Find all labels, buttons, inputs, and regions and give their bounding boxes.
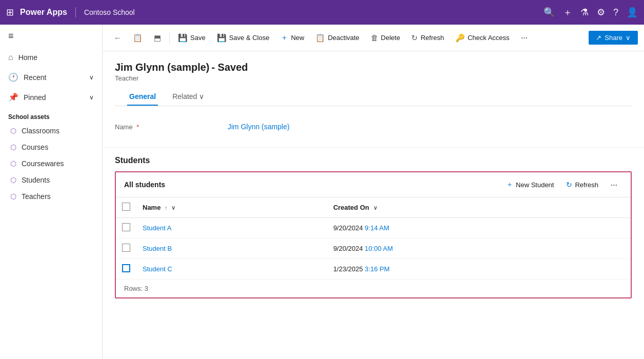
- saved-badge: - Saved: [211, 62, 248, 73]
- row-1-time[interactable]: 9:14 AM: [365, 224, 389, 232]
- students-heading: Students: [115, 156, 632, 165]
- record-subtitle: Teacher: [115, 74, 632, 82]
- sidebar-item-recent[interactable]: 🕐 Recent ∨: [0, 67, 102, 87]
- new-student-button[interactable]: ＋ New Student: [501, 177, 559, 192]
- row-1-checkbox[interactable]: [122, 223, 130, 231]
- back-icon: ←: [114, 33, 122, 42]
- check-access-icon: 🔑: [455, 33, 465, 43]
- row-1-name[interactable]: Student A: [136, 218, 327, 238]
- row-2-date: 9/20/2024: [333, 245, 365, 252]
- sidebar-courses-label: Courses: [22, 143, 48, 151]
- nav-divider: [75, 7, 76, 17]
- grid-more-icon: ⋯: [611, 181, 617, 189]
- form-toolbar: ← 📋 ⬒ 💾 Save 💾 Save & Close ＋ New: [103, 25, 644, 51]
- refresh-label: Refresh: [420, 34, 444, 42]
- user-avatar[interactable]: 👤: [627, 7, 638, 18]
- back-button[interactable]: ←: [109, 30, 127, 45]
- open-icon: ⬒: [154, 33, 161, 43]
- sidebar-item-courses[interactable]: ⬡ Courses: [0, 139, 102, 155]
- recent-icon: 🕐: [8, 72, 18, 82]
- sidebar-item-teachers[interactable]: ⬡ Teachers: [0, 188, 102, 205]
- row-3-checkbox[interactable]: [122, 264, 130, 272]
- row-3-time[interactable]: 3:16 PM: [365, 265, 389, 273]
- sidebar-teachers-label: Teachers: [22, 192, 51, 201]
- tab-general[interactable]: General: [127, 88, 158, 106]
- save-label: Save: [190, 34, 206, 42]
- share-chevron-icon: ∨: [626, 34, 631, 42]
- save-close-button[interactable]: 💾 Save & Close: [212, 30, 275, 46]
- sidebar-home-label: Home: [18, 53, 37, 62]
- row-1-date: 9/20/2024: [333, 224, 365, 232]
- delete-button[interactable]: 🗑 Delete: [366, 30, 406, 45]
- sidebar: ≡ ⌂ Home 🕐 Recent ∨ 📌 Pinned ∨ School as…: [0, 25, 103, 359]
- more-button[interactable]: ⋯: [516, 31, 533, 45]
- created-on-column-header[interactable]: Created On ∨: [327, 197, 631, 218]
- waffle-icon[interactable]: ⊞: [6, 7, 14, 18]
- form-section: Name * Jim Glynn (sample): [103, 106, 644, 148]
- row-2-time[interactable]: 10:00 AM: [365, 245, 393, 252]
- new-label: New: [291, 34, 304, 42]
- edit-form-button[interactable]: 📋: [128, 30, 148, 46]
- row-2-checkbox[interactable]: [122, 244, 130, 252]
- sidebar-item-coursewares[interactable]: ⬡ Coursewares: [0, 155, 102, 172]
- row-2-name[interactable]: Student B: [136, 238, 327, 259]
- save-button[interactable]: 💾 Save: [173, 30, 211, 46]
- deactivate-button[interactable]: 📋 Deactivate: [310, 30, 364, 46]
- table-row: Student A 9/20/2024 9:14 AM: [116, 218, 631, 238]
- name-field-row: Name * Jim Glynn (sample): [115, 118, 632, 135]
- deactivate-icon: 📋: [315, 33, 325, 43]
- new-button[interactable]: ＋ New: [275, 30, 309, 46]
- top-navigation: ⊞ Power Apps Contoso School 🔍 ＋ ⚗ ⚙ ? 👤: [0, 0, 644, 25]
- org-name: Contoso School: [84, 8, 135, 16]
- sidebar-item-home[interactable]: ⌂ Home: [0, 48, 102, 67]
- more-icon: ⋯: [521, 34, 528, 42]
- row-1-checkbox-cell: [116, 218, 136, 238]
- hamburger-icon[interactable]: ≡: [8, 31, 14, 42]
- name-column-header[interactable]: Name ↑ ∨: [136, 197, 327, 218]
- refresh-button[interactable]: ↻ Refresh: [406, 30, 449, 46]
- search-icon[interactable]: 🔍: [544, 7, 555, 18]
- grid-title: All students: [124, 181, 165, 189]
- name-label: Name *: [115, 123, 228, 131]
- grid-more-button[interactable]: ⋯: [606, 178, 622, 191]
- rows-count: Rows: 3: [116, 280, 631, 297]
- sidebar-item-classrooms[interactable]: ⬡ Classrooms: [0, 123, 102, 139]
- name-value[interactable]: Jim Glynn (sample): [228, 123, 290, 131]
- classrooms-icon: ⬡: [10, 127, 16, 135]
- school-assets-section-label: School assets: [0, 107, 102, 123]
- settings-icon[interactable]: ⚙: [597, 7, 605, 18]
- share-button[interactable]: ↗ Share ∨: [589, 31, 638, 45]
- sort-asc-icon: ↑: [165, 205, 168, 211]
- required-asterisk: *: [136, 123, 139, 131]
- chevron-down-icon: ∨: [89, 74, 94, 81]
- sidebar-coursewares-label: Coursewares: [22, 159, 64, 168]
- sidebar-item-students[interactable]: ⬡ Students: [0, 172, 102, 188]
- created-on-label: Created On: [333, 204, 369, 211]
- home-icon: ⌂: [8, 53, 13, 62]
- tab-related[interactable]: Related ∨: [170, 88, 206, 106]
- chevron-down-icon: ∨: [89, 94, 94, 101]
- add-icon[interactable]: ＋: [563, 6, 572, 18]
- grid-refresh-button[interactable]: ↻ Refresh: [561, 178, 603, 191]
- grid-refresh-icon: ↻: [566, 181, 572, 189]
- row-3-name[interactable]: Student C: [136, 259, 327, 280]
- check-access-button[interactable]: 🔑 Check Access: [450, 30, 515, 46]
- chevron-down-icon: ∨: [199, 92, 204, 101]
- sidebar-item-pinned[interactable]: 📌 Pinned ∨: [0, 87, 102, 107]
- help-icon[interactable]: ?: [613, 7, 618, 18]
- open-new-window-button[interactable]: ⬒: [149, 30, 166, 46]
- students-table: Name ↑ ∨ Created On ∨: [116, 197, 631, 280]
- row-3-checkbox-cell: [116, 259, 136, 280]
- grid-toolbar: All students ＋ New Student ↻ Refresh ⋯: [116, 172, 631, 197]
- tab-general-label: General: [129, 92, 156, 101]
- main-layout: ≡ ⌂ Home 🕐 Recent ∨ 📌 Pinned ∨ School as…: [0, 25, 644, 359]
- filter-icon[interactable]: ⚗: [580, 7, 589, 18]
- check-access-label: Check Access: [468, 34, 510, 42]
- grid-actions: ＋ New Student ↻ Refresh ⋯: [501, 177, 622, 192]
- table-row: Student C 1/23/2025 3:16 PM: [116, 259, 631, 280]
- students-grid: All students ＋ New Student ↻ Refresh ⋯: [115, 171, 632, 298]
- students-icon: ⬡: [10, 176, 16, 184]
- select-all-checkbox[interactable]: [122, 203, 130, 211]
- created-sort-chevron: ∨: [373, 205, 377, 211]
- save-icon: 💾: [178, 33, 188, 43]
